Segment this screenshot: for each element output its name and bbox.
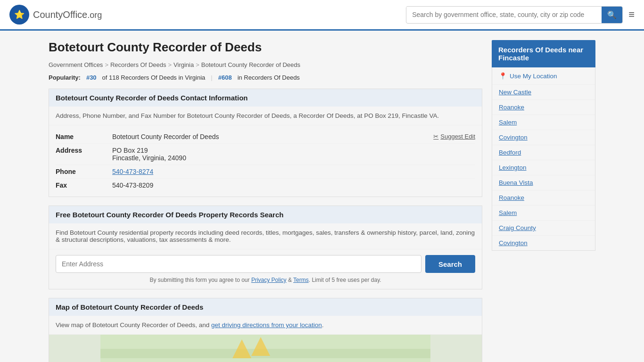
use-my-location-label: Use My Location (510, 73, 557, 80)
logo-area[interactable]: ⭐ CountyOffice.org (9, 5, 102, 25)
logo-icon: ⭐ (9, 5, 29, 25)
contact-description: Address, Phone Number, and Fax Number fo… (49, 107, 482, 125)
header-search-button[interactable]: 🔍 (602, 7, 622, 23)
map-section: Map of Botetourt County Recorder of Deed… (49, 298, 482, 362)
contact-address-row: Address PO Box 219 Fincastle, Virginia, … (56, 144, 475, 165)
popularity-bar: Popularity: #30 of 118 Recorders Of Deed… (49, 74, 482, 81)
sidebar-link-0[interactable]: New Castle (492, 85, 595, 100)
contact-section-header: Botetourt County Recorder of Deeds Conta… (49, 89, 482, 107)
address-search-row: Search (56, 255, 475, 273)
popularity-rank2: #608 (218, 74, 232, 81)
phone-value: 540-473-8274 (112, 168, 475, 175)
sidebar-header: Recorders Of Deeds near Fincastle (492, 40, 595, 67)
page-title: Botetourt County Recorder of Deeds (49, 40, 482, 55)
phone-link[interactable]: 540-473-8274 (112, 168, 153, 175)
sidebar: Recorders Of Deeds near Fincastle 📍 Use … (492, 40, 595, 362)
contact-phone-row: Phone 540-473-8274 (56, 165, 475, 179)
map-section-header: Map of Botetourt County Recorder of Deed… (49, 298, 482, 316)
fax-label: Fax (56, 181, 112, 189)
breadcrumb-virginia[interactable]: Virginia (173, 61, 194, 68)
popularity-context1: of 118 Recorders Of Deeds in Virginia (102, 74, 206, 81)
address-input[interactable] (56, 255, 421, 273)
sidebar-link-3[interactable]: Covington (492, 130, 595, 145)
breadcrumb-government-offices[interactable]: Government Offices (49, 61, 103, 68)
property-section-header: Free Botetourt County Recorder Of Deeds … (49, 206, 482, 223)
popularity-label: Popularity: (49, 74, 81, 81)
directions-link[interactable]: get driving directions from your locatio… (211, 321, 322, 329)
sidebar-link-6[interactable]: Buena Vista (492, 175, 595, 190)
address-value: PO Box 219 Fincastle, Virginia, 24090 (112, 147, 475, 162)
contact-name-row: Name Botetourt County Recorder of Deeds … (56, 130, 475, 144)
map-image (49, 335, 482, 362)
popularity-rank1: #30 (86, 74, 97, 81)
map-placeholder (49, 335, 482, 362)
location-pin-icon: 📍 (499, 72, 507, 80)
breadcrumb: Government Offices > Recorders Of Deeds … (49, 61, 482, 68)
sidebar-link-4[interactable]: Bedford (492, 145, 595, 160)
site-header: ⭐ CountyOffice.org 🔍 ≡ (0, 0, 644, 31)
sidebar-links-box: 📍 Use My Location New Castle Roanoke Sal… (492, 67, 595, 251)
property-search-section: Free Botetourt County Recorder Of Deeds … (49, 206, 482, 289)
header-search-bar: 🔍 (406, 6, 623, 24)
content-area: Botetourt County Recorder of Deeds Gover… (49, 40, 482, 362)
address-label: Address (56, 147, 112, 154)
fax-value: 540-473-8209 (112, 181, 475, 189)
header-search-input[interactable] (406, 7, 602, 22)
name-value: Botetourt County Recorder of Deeds (112, 133, 433, 140)
contact-section: Botetourt County Recorder of Deeds Conta… (49, 89, 482, 197)
sidebar-link-2[interactable]: Salem (492, 115, 595, 130)
use-my-location[interactable]: 📍 Use My Location (492, 67, 595, 85)
main-container: Botetourt County Recorder of Deeds Gover… (39, 31, 605, 362)
property-search-button[interactable]: Search (425, 255, 475, 273)
sidebar-link-9[interactable]: Craig County (492, 221, 595, 236)
logo-text: CountyOffice.org (33, 9, 102, 20)
form-disclaimer: By submitting this form you agree to our… (56, 277, 475, 283)
name-label: Name (56, 133, 112, 140)
property-description: Find Botetourt County residential proper… (49, 223, 482, 249)
sidebar-link-7[interactable]: Roanoke (492, 190, 595, 206)
sidebar-link-8[interactable]: Salem (492, 206, 595, 221)
sidebar-link-5[interactable]: Lexington (492, 160, 595, 175)
breadcrumb-current: Botetourt County Recorder of Deeds (201, 61, 300, 68)
privacy-policy-link[interactable]: Privacy Policy (251, 277, 287, 283)
suggest-edit-button[interactable]: ✂ Suggest Edit (433, 133, 475, 140)
popularity-context2: in Recorders Of Deeds (238, 74, 300, 81)
contact-fax-row: Fax 540-473-8209 (56, 179, 475, 192)
phone-label: Phone (56, 168, 112, 175)
property-form: Search By submitting this form you agree… (49, 249, 482, 289)
sidebar-link-1[interactable]: Roanoke (492, 100, 595, 115)
sidebar-link-10[interactable]: Covington (492, 236, 595, 250)
contact-table: Name Botetourt County Recorder of Deeds … (49, 125, 482, 197)
terms-link[interactable]: Terms (293, 277, 309, 283)
hamburger-icon[interactable]: ≡ (628, 8, 635, 21)
edit-icon: ✂ (433, 133, 438, 140)
map-description: View map of Botetourt County Recorder of… (49, 316, 482, 335)
breadcrumb-recorders-of-deeds[interactable]: Recorders Of Deeds (110, 61, 166, 68)
header-right: 🔍 ≡ (406, 6, 635, 24)
